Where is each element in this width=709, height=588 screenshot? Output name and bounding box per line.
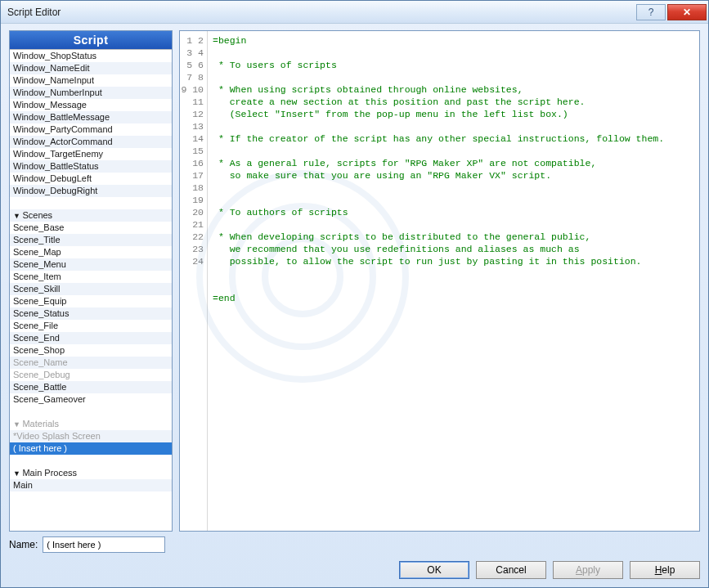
list-item[interactable]: ( Insert here ) xyxy=(10,442,172,455)
script-name-input[interactable] xyxy=(43,536,165,553)
list-item[interactable]: Window_DebugLeft xyxy=(10,173,172,185)
help-button[interactable]: Help xyxy=(630,561,700,579)
list-item[interactable]: Scene_Battle xyxy=(10,381,172,393)
titlebar-help-button[interactable]: ? xyxy=(636,4,666,20)
code-editor[interactable]: 1 2 3 4 5 6 7 8 9 10 11 12 13 14 15 16 1… xyxy=(179,30,700,532)
list-item[interactable]: Window_Message xyxy=(10,99,172,111)
list-item[interactable]: Main Process xyxy=(10,467,172,479)
name-row: Name: xyxy=(9,536,700,553)
script-list-header: Script xyxy=(10,31,172,49)
list-item[interactable]: Window_BattleStatus xyxy=(10,160,172,173)
titlebar-buttons: ? ✕ xyxy=(636,4,708,20)
list-item[interactable]: Scene_Skill xyxy=(10,283,172,295)
script-list[interactable]: Window_ShopStatusWindow_NameEditWindow_N… xyxy=(10,49,172,531)
cancel-button[interactable]: Cancel xyxy=(476,561,546,579)
list-item[interactable]: Scene_Gameover xyxy=(10,393,172,406)
list-item[interactable]: Scene_End xyxy=(10,332,172,344)
main-row: Script Window_ShopStatusWindow_NameEditW… xyxy=(9,30,700,532)
list-item[interactable]: Scene_Name xyxy=(10,357,172,369)
ok-button[interactable]: OK xyxy=(399,561,469,579)
list-item[interactable]: Window_TargetEnemy xyxy=(10,148,172,160)
list-item[interactable]: Window_ShopStatus xyxy=(10,50,172,62)
list-item[interactable]: Scene_Debug xyxy=(10,369,172,381)
titlebar-close-button[interactable]: ✕ xyxy=(667,4,707,20)
window-title: Script Editor xyxy=(7,7,636,18)
apply-underline: A xyxy=(576,564,582,576)
list-item[interactable]: Window_NameEdit xyxy=(10,62,172,74)
line-gutter: 1 2 3 4 5 6 7 8 9 10 11 12 13 14 15 16 1… xyxy=(180,31,208,531)
dialog-buttons: OK Cancel Apply Help xyxy=(9,558,700,579)
list-item[interactable]: *Video Splash Screen xyxy=(10,430,172,442)
list-item[interactable]: Window_BattleMessage xyxy=(10,111,172,123)
list-item[interactable]: Main xyxy=(10,479,172,491)
list-item[interactable]: Scene_Status xyxy=(10,307,172,320)
list-item[interactable]: Scenes xyxy=(10,209,172,222)
list-item[interactable]: Scene_Shop xyxy=(10,344,172,357)
list-item[interactable]: Window_DebugRight xyxy=(10,185,172,197)
list-item[interactable]: Scene_Base xyxy=(10,222,172,234)
list-item[interactable]: Scene_Map xyxy=(10,246,172,258)
list-item[interactable]: Materials xyxy=(10,418,172,430)
list-item[interactable]: Window_PartyCommand xyxy=(10,123,172,136)
apply-button[interactable]: Apply xyxy=(553,561,623,579)
list-item[interactable]: Window_ActorCommand xyxy=(10,136,172,148)
code-text[interactable]: =begin * To users of scripts * When usin… xyxy=(208,31,699,531)
name-label: Name: xyxy=(9,539,38,550)
help-underline: H xyxy=(655,564,662,576)
list-item[interactable]: Scene_File xyxy=(10,320,172,332)
list-item[interactable]: Scene_Equip xyxy=(10,295,172,307)
script-editor-window: Script Editor ? ✕ Script Window_ShopStat… xyxy=(0,0,709,588)
list-item[interactable]: Scene_Title xyxy=(10,234,172,246)
list-item[interactable]: Scene_Item xyxy=(10,271,172,283)
list-item[interactable]: Window_NameInput xyxy=(10,74,172,87)
dialog-content: Script Window_ShopStatusWindow_NameEditW… xyxy=(1,24,708,587)
script-list-scroll[interactable]: Window_ShopStatusWindow_NameEditWindow_N… xyxy=(10,50,172,531)
titlebar[interactable]: Script Editor ? ✕ xyxy=(1,1,708,24)
list-item[interactable]: Scene_Menu xyxy=(10,258,172,271)
script-list-panel: Script Window_ShopStatusWindow_NameEditW… xyxy=(9,30,173,532)
list-item[interactable]: Window_NumberInput xyxy=(10,87,172,99)
